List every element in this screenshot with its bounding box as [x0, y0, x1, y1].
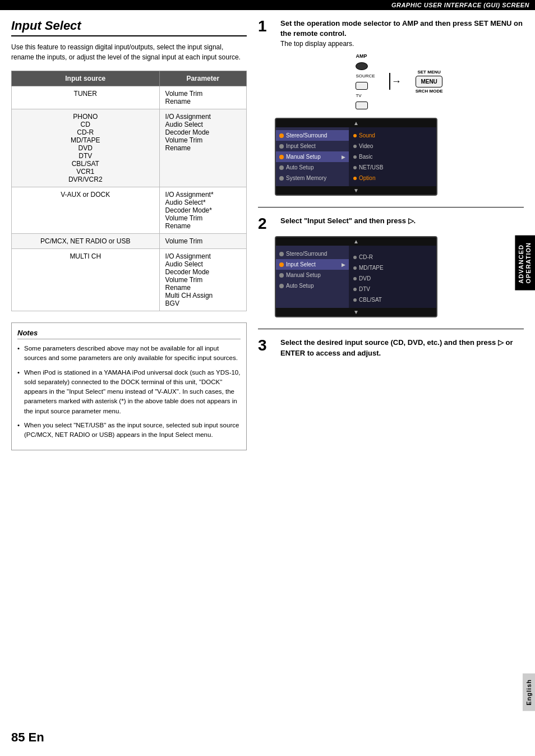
- gui-right-option: Option: [349, 173, 436, 183]
- source-btn: [356, 82, 368, 90]
- gui-right-menu-1: Sound Video Basic NET/USB: [349, 127, 436, 186]
- dot-netusb: [353, 166, 357, 169]
- gui-right-dtv: DTV: [349, 284, 436, 294]
- table-param-tuner: Volume TrimRename: [159, 86, 246, 109]
- gui-right-cblsat: CBL/SAT: [349, 294, 436, 305]
- amp-buttons: AMP SOURCE TV: [356, 53, 375, 109]
- tv-btn: [356, 102, 368, 109]
- dot-video: [353, 145, 357, 148]
- gui-item-stereo: Stereo/Surround: [276, 130, 349, 141]
- gui-right-sound: Sound: [349, 130, 436, 141]
- right-column: 1 Set the operation mode selector to AMP…: [258, 19, 524, 450]
- bullet-system: [279, 176, 284, 181]
- dot-basic: [353, 155, 357, 159]
- step1-header: 1 Set the operation mode selector to AMP…: [258, 19, 524, 48]
- gui-screen-inner-2: Stereo/Surround Input Select ▶ Manual Se…: [276, 246, 436, 308]
- english-tab: English: [523, 674, 535, 711]
- gui-screen-1: ▲ Stereo/Surround Input Select: [275, 118, 437, 196]
- dot-mdtape: [353, 266, 357, 270]
- note-item: When you select "NET/USB" as the input s…: [17, 421, 241, 440]
- step1-content: Set the operation mode selector to AMP a…: [280, 19, 524, 48]
- step-2: 2 Select "Input Select" and then press ▷…: [258, 216, 524, 317]
- gui-right-mdtape: MD/TAPE: [349, 262, 436, 273]
- table-source-tuner: TUNER: [12, 86, 160, 109]
- section-intro: Use this feature to reassign digital inp…: [11, 42, 247, 62]
- tv-label: TV: [356, 93, 361, 98]
- arrow-separator: →: [389, 73, 402, 90]
- bullet2-stereo: [279, 252, 284, 256]
- dot-dtv: [353, 288, 357, 291]
- source-label: SOURCE: [356, 73, 375, 79]
- parameter-table: Input source Parameter TUNER Volume Trim…: [11, 71, 247, 311]
- table-row: TUNER Volume TrimRename: [12, 86, 247, 109]
- gui-item2-input: Input Select ▶: [276, 259, 349, 270]
- gui-right-basic: Basic: [349, 151, 436, 162]
- section-title: Input Select: [11, 19, 247, 36]
- step3-header: 3 Select the desired input source (CD, D…: [258, 338, 524, 358]
- bullet-stereo: [279, 133, 284, 138]
- gui-item-manual: Manual Setup ▶: [276, 151, 349, 162]
- bullet2-manual: [279, 273, 284, 278]
- table-param-multich: I/O AssignmentAudio SelectDecoder ModeVo…: [159, 249, 246, 311]
- gui-right-dvd: DVD: [349, 273, 436, 284]
- step1-title: Set the operation mode selector to AMP a…: [280, 19, 524, 39]
- dot-dvd: [353, 277, 357, 280]
- step2-title: Select "Input Select" and then press ▷.: [280, 216, 416, 226]
- gui-item-input: Input Select: [276, 141, 349, 151]
- gui-right-menu-2: CD-R MD/TAPE DVD DTV: [349, 246, 436, 308]
- gui-left-menu-1: Stereo/Surround Input Select Manual Setu…: [276, 127, 349, 186]
- step1-subtitle: The top display appears.: [280, 40, 524, 48]
- table-param-multi: I/O AssignmentAudio SelectDecoder ModeVo…: [159, 109, 246, 187]
- note-item: When iPod is stationed in a YAMAHA iPod …: [17, 368, 241, 416]
- bullet-auto: [279, 165, 284, 170]
- step2-number: 2: [258, 216, 275, 232]
- table-row: V-AUX or DOCK I/O Assignment*Audio Selec…: [12, 187, 247, 234]
- scroll-down-2: ▼: [276, 308, 436, 316]
- amp-diagram-area: AMP SOURCE TV → SET MENU MENU SRCH MODE: [275, 53, 524, 109]
- notes-list: Some parameters described above may not …: [17, 344, 241, 440]
- gui-item2-stereo: Stereo/Surround: [276, 248, 349, 259]
- srch-mode-label: SRCH MODE: [416, 89, 443, 94]
- gui-left-menu-2: Stereo/Surround Input Select ▶ Manual Se…: [276, 246, 349, 308]
- scroll-up-2: ▲: [276, 237, 436, 246]
- gui-screen-inner-1: Stereo/Surround Input Select Manual Setu…: [276, 127, 436, 186]
- set-menu-label: SET MENU: [417, 70, 440, 75]
- bullet2-auto: [279, 284, 284, 288]
- page-number: 85 En: [11, 730, 44, 745]
- bullet-input: [279, 144, 284, 149]
- advanced-operation-tab: ADVANCED OPERATION: [515, 236, 535, 291]
- scroll-down-1: ▼: [276, 186, 436, 195]
- menu-box: MENU: [416, 76, 442, 87]
- notes-section: Notes Some parameters described above ma…: [11, 322, 247, 450]
- amp-label: AMP: [356, 53, 367, 59]
- table-source-pc: PC/MCX, NET RADIO or USB: [12, 234, 160, 249]
- step1-number: 1: [258, 19, 275, 34]
- dot-sound: [353, 134, 357, 137]
- header-title: GRAPHIC USER INTERFACE (GUI) SCREEN: [391, 2, 529, 8]
- gui-item2-auto: Auto Setup: [276, 280, 349, 291]
- table-row: PC/MCX, NET RADIO or USB Volume Trim: [12, 234, 247, 249]
- step2-header: 2 Select "Input Select" and then press ▷…: [258, 216, 524, 232]
- gui-item-auto: Auto Setup: [276, 162, 349, 173]
- step-3: 3 Select the desired input source (CD, D…: [258, 338, 524, 358]
- table-col1-header: Input source: [12, 71, 160, 86]
- left-column: Input Select Use this feature to reassig…: [11, 19, 247, 450]
- step3-number: 3: [258, 338, 275, 353]
- gui-item2-manual: Manual Setup: [276, 270, 349, 280]
- table-col2-header: Parameter: [159, 71, 246, 86]
- gui-item-system: System Memory: [276, 173, 349, 183]
- gui-screen-2: ▲ Stereo/Surround Input Select ▶: [275, 236, 437, 317]
- bullet2-input: [279, 262, 284, 267]
- gui-right-video: Video: [349, 141, 436, 151]
- dot-cblsat: [353, 298, 357, 302]
- step2-content: Select "Input Select" and then press ▷.: [280, 216, 416, 226]
- table-source-multi: PHONOCDCD-RMD/TAPEDVDDTVCBL/SATVCR1DVR/V…: [12, 109, 160, 187]
- bullet-manual: [279, 155, 284, 159]
- dot-option: [353, 177, 357, 180]
- table-source-vaux: V-AUX or DOCK: [12, 187, 160, 234]
- gui-right-netusb: NET/USB: [349, 162, 436, 173]
- amp-circle-btn: [356, 62, 368, 70]
- notes-title: Notes: [17, 329, 241, 339]
- step-1: 1 Set the operation mode selector to AMP…: [258, 19, 524, 196]
- step-divider-1: [258, 207, 524, 208]
